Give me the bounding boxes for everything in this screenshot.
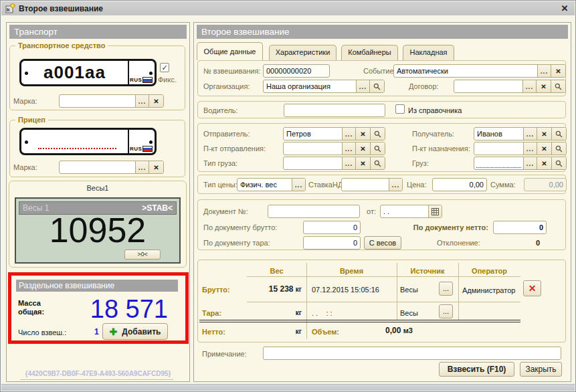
destination-point-value[interactable] — [474, 142, 523, 155]
event-field[interactable]: Автоматически ... ✕ — [393, 64, 566, 78]
weighing-number-field[interactable]: 00000000020 — [263, 64, 330, 78]
clear-button[interactable]: ✕ — [537, 128, 551, 140]
receiver-field[interactable]: Иванов ... ✕ — [474, 127, 567, 140]
zero-button[interactable]: >0< — [124, 250, 161, 260]
event-value[interactable]: Автоматически — [394, 65, 537, 77]
clear-button[interactable]: ✕ — [551, 65, 565, 77]
select-button[interactable]: ... — [356, 80, 369, 92]
clear-button[interactable]: ✕ — [537, 157, 551, 169]
driver-value[interactable] — [284, 104, 385, 116]
from-scales-button[interactable]: С весов — [364, 236, 401, 250]
doc-number-field[interactable] — [268, 205, 360, 218]
net-row-label: Нетто: — [202, 328, 225, 336]
scale-tab-title[interactable]: Весы1 — [9, 184, 186, 192]
cargo-type-value[interactable] — [284, 157, 342, 169]
select-button[interactable]: ... — [135, 161, 149, 173]
note-field[interactable] — [263, 347, 561, 360]
fix-checkbox[interactable]: ✓ — [160, 63, 169, 72]
select-button[interactable]: ... — [522, 80, 536, 92]
price-label: Цена: — [407, 181, 427, 189]
select-button[interactable]: ... — [389, 179, 402, 191]
doc-tare-value[interactable]: 0 — [304, 237, 360, 249]
clear-button[interactable]: ✕ — [537, 142, 551, 155]
contract-field[interactable]: ... ✕ — [454, 80, 566, 93]
departure-point-value[interactable] — [284, 142, 342, 155]
weighing-number-value: 00000000020 — [264, 65, 329, 77]
clear-button[interactable]: ✕ — [355, 157, 370, 169]
select-button[interactable]: ... — [523, 128, 537, 140]
clear-button[interactable]: ✕ — [536, 80, 551, 92]
vehicle-brand-field[interactable]: ... ✕ — [59, 94, 164, 108]
doc-tare-field[interactable]: 0 — [303, 236, 361, 250]
select-button[interactable]: ... — [523, 157, 537, 169]
doc-date-field[interactable]: . . — [380, 205, 442, 218]
doc-date-value[interactable]: . . — [381, 205, 428, 217]
select-button[interactable]: ... — [523, 142, 537, 155]
cargo-value[interactable] — [474, 157, 523, 169]
organization-value[interactable]: Наша организация — [264, 80, 356, 92]
sender-value[interactable]: Петров — [284, 128, 342, 140]
magnifier-button[interactable] — [369, 80, 384, 92]
doc-gross-value[interactable]: 0 — [304, 221, 360, 233]
tab-characteristics[interactable]: Характеристики — [269, 45, 337, 60]
calendar-button[interactable] — [428, 205, 442, 217]
tab-combiners[interactable]: Комбайнеры — [341, 45, 398, 60]
departure-point-field[interactable]: ... ✕ — [283, 142, 385, 155]
clear-button[interactable]: ✕ — [149, 161, 163, 173]
close-icon[interactable]: ✕ — [559, 3, 571, 13]
cargo-field[interactable]: ... ✕ — [474, 157, 567, 170]
clear-button[interactable]: ✕ — [355, 142, 370, 155]
magnifier-button[interactable] — [370, 128, 385, 140]
vat-value[interactable] — [342, 179, 389, 191]
receiver-value[interactable]: Иванов — [474, 128, 523, 140]
close-button[interactable]: Закрыть — [520, 362, 562, 377]
price-type-field[interactable]: Физич. вес ... — [237, 178, 306, 191]
add-button[interactable]: ✚ Добавить — [102, 323, 168, 340]
clear-button[interactable]: ✕ — [149, 95, 163, 107]
destination-point-field[interactable]: ... ✕ — [474, 142, 567, 155]
trailer-brand-value[interactable] — [60, 161, 135, 173]
vat-field[interactable]: ... — [341, 178, 403, 191]
tab-common-data[interactable]: Общие данные — [197, 42, 263, 60]
weigh-button[interactable]: Взвесить (F10) — [439, 362, 514, 377]
select-button[interactable]: ... — [342, 142, 355, 155]
doc-number-value[interactable] — [268, 205, 359, 217]
doc-gross-field[interactable]: 0 — [303, 221, 361, 234]
source-select-button[interactable]: ... — [439, 282, 453, 296]
vehicle-brand-value[interactable] — [60, 95, 135, 107]
select-button[interactable]: ... — [292, 179, 305, 191]
magnifier-button[interactable] — [551, 142, 566, 155]
organization-field[interactable]: Наша организация ... — [263, 80, 385, 93]
price-type-value[interactable]: Физич. вес — [237, 179, 292, 191]
select-button[interactable]: ... — [135, 95, 149, 107]
doc-net-value[interactable]: 0 — [494, 221, 546, 233]
magnifier-button[interactable] — [370, 142, 385, 155]
price-value[interactable]: 0,00 — [433, 179, 486, 191]
driver-field[interactable] — [284, 104, 385, 117]
select-button[interactable]: ... — [342, 128, 355, 140]
price-field[interactable]: 0,00 — [432, 178, 487, 191]
plate-bolt-icon — [25, 140, 28, 144]
tab-invoice[interactable]: Накладная — [403, 45, 454, 60]
note-value[interactable] — [264, 347, 561, 359]
magnifier-button[interactable] — [551, 128, 566, 140]
trailer-plate[interactable]: RUS — [19, 128, 157, 155]
trailer-brand-field[interactable]: ... ✕ — [59, 161, 164, 174]
select-button[interactable]: ... — [342, 157, 355, 169]
clear-button[interactable]: ✕ — [355, 128, 370, 140]
cargo-type-field[interactable]: ... ✕ — [283, 157, 385, 170]
from-reference-checkbox[interactable] — [395, 104, 405, 114]
contract-value[interactable] — [454, 80, 522, 92]
doc-net-field[interactable]: 0 — [493, 221, 547, 234]
vehicle-plate[interactable]: a001aa RUS — [19, 59, 157, 86]
sum-field: 0,00 — [524, 178, 567, 191]
magnifier-button[interactable] — [551, 80, 565, 92]
source-select-button[interactable]: ... — [439, 304, 453, 318]
delete-row-button[interactable]: ✕ — [523, 280, 541, 296]
select-button[interactable]: ... — [537, 65, 551, 77]
grid-line — [247, 276, 520, 277]
magnifier-button[interactable] — [370, 157, 385, 169]
sender-field[interactable]: Петров ... ✕ — [283, 127, 385, 140]
note-label: Примечание: — [202, 350, 247, 359]
magnifier-button[interactable] — [551, 157, 566, 169]
